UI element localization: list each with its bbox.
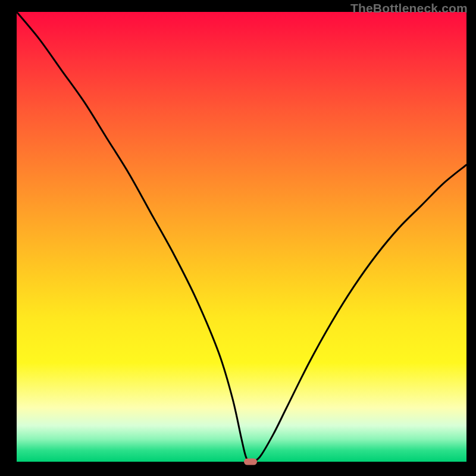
optimum-marker bbox=[244, 459, 257, 465]
chart-frame: TheBottleneck.com bbox=[0, 0, 476, 476]
plot-area bbox=[17, 12, 466, 462]
watermark-text: TheBottleneck.com bbox=[350, 1, 468, 15]
bottleneck-curve bbox=[17, 12, 466, 462]
